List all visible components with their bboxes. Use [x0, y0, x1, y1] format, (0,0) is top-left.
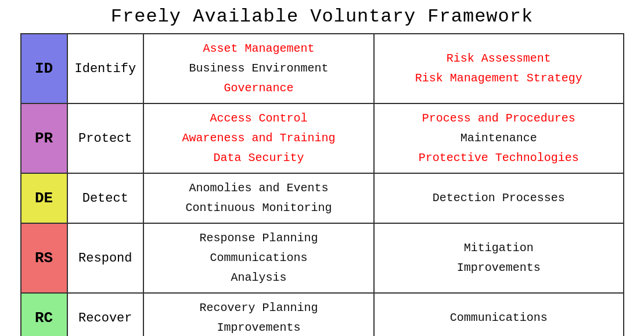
id-cell-pr: PR — [21, 103, 67, 173]
id-cell-id: ID — [21, 34, 67, 103]
cell-item: Risk Management Strategy — [382, 69, 616, 88]
label-cell-rs: Respond — [67, 223, 144, 293]
col2-cell-rc: Communications — [374, 293, 624, 336]
table-row: IDIdentifyAsset ManagementBusiness Envir… — [21, 34, 624, 103]
cell-item: Analysis — [151, 268, 366, 288]
cell-item: Mitigation — [382, 238, 616, 258]
main-container: Freely Available Voluntary Framework IDI… — [15, 0, 630, 336]
cell-item: Asset Management — [151, 39, 366, 59]
cell-item: Maintenance — [382, 128, 616, 148]
cell-item: Access Control — [151, 109, 366, 128]
id-cell-de: DE — [21, 173, 67, 223]
page-title: Freely Available Voluntary Framework — [20, 6, 624, 27]
col2-cell-id: Risk AssessmentRisk Management Strategy — [374, 34, 624, 103]
col2-cell-rs: MitigationImprovements — [374, 223, 624, 293]
id-cell-rs: RS — [21, 223, 67, 293]
col1-cell-rc: Recovery PlanningImprovements — [143, 293, 374, 336]
table-row: DEDetectAnomolies and EventsContinuous M… — [21, 173, 624, 223]
col1-cell-de: Anomolies and EventsContinuous Monitorin… — [143, 173, 374, 223]
cell-item: Communications — [151, 248, 366, 268]
id-cell-rc: RC — [21, 293, 67, 336]
cell-item: Improvements — [382, 258, 616, 278]
label-cell-id: Identify — [67, 34, 144, 103]
cell-item: Response Planning — [151, 228, 366, 248]
table-row: RSRespondResponse PlanningCommunications… — [21, 223, 624, 293]
table-row: PRProtectAccess ControlAwareness and Tra… — [21, 103, 624, 173]
cell-item: Governance — [151, 78, 366, 98]
label-cell-pr: Protect — [67, 103, 144, 173]
col1-cell-id: Asset ManagementBusiness EnvironmentGove… — [143, 34, 374, 103]
cell-item: Continuous Monitoring — [151, 198, 366, 218]
cell-item: Improvements — [151, 318, 366, 336]
cell-item: Detection Processes — [382, 188, 616, 208]
cell-item: Business Environment — [151, 59, 366, 78]
col1-cell-rs: Response PlanningCommunicationsAnalysis — [143, 223, 374, 293]
cell-item: Recovery Planning — [151, 298, 366, 318]
label-cell-rc: Recover — [67, 293, 144, 336]
cell-item: Risk Assessment — [382, 49, 616, 69]
framework-table: IDIdentifyAsset ManagementBusiness Envir… — [20, 33, 624, 336]
table-row: RCRecoverRecovery PlanningImprovementsCo… — [21, 293, 624, 336]
cell-item: Anomolies and Events — [151, 178, 366, 198]
cell-item: Awareness and Training — [151, 128, 366, 148]
col2-cell-de: Detection Processes — [374, 173, 624, 223]
cell-item: Data Security — [151, 148, 366, 168]
label-cell-de: Detect — [67, 173, 144, 223]
cell-item: Protective Technologies — [382, 148, 616, 168]
cell-item: Process and Procedures — [382, 109, 616, 128]
cell-item: Communications — [382, 308, 616, 328]
col2-cell-pr: Process and ProceduresMaintenanceProtect… — [374, 103, 624, 173]
col1-cell-pr: Access ControlAwareness and TrainingData… — [143, 103, 374, 173]
